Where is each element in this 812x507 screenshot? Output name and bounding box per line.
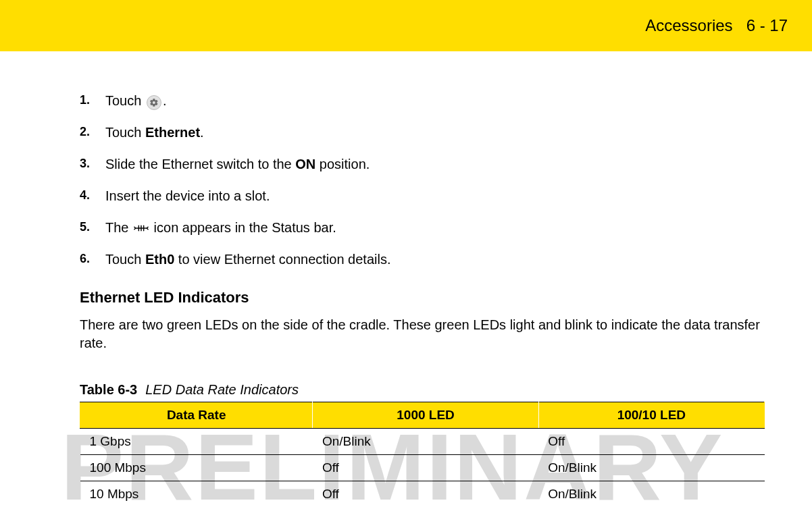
step-1-post: . xyxy=(163,93,167,108)
step-6-post: to view Ethernet connection details. xyxy=(174,252,390,267)
table-row: 1 Gbps On/Blink Off xyxy=(80,429,765,455)
step-2-post: . xyxy=(200,125,204,140)
subsection-body: There are two green LEDs on the side of … xyxy=(80,316,765,352)
table-title: LED Data Rate Indicators xyxy=(145,382,299,397)
page-header: Accessories 6 - 17 xyxy=(0,0,812,51)
led-indicators-table: Data Rate 1000 LED 100/10 LED 1 Gbps On/… xyxy=(80,402,765,507)
step-6-bold: Eth0 xyxy=(145,252,174,267)
table-caption: Table 6-3LED Data Rate Indicators xyxy=(80,382,765,398)
step-3-pre: Slide the Ethernet switch to the xyxy=(105,157,295,171)
step-3: Slide the Ethernet switch to the ON posi… xyxy=(80,155,765,174)
step-2: Touch Ethernet. xyxy=(80,124,765,142)
step-6: Touch Eth0 to view Ethernet connection d… xyxy=(80,250,765,269)
step-3-post: position. xyxy=(315,157,370,171)
page-content: Touch . Touch Ethernet. Slide the Ethern… xyxy=(0,51,812,507)
cell-100-10-led: Off xyxy=(538,429,764,455)
table-row: 10 Mbps Off On/Blink xyxy=(80,481,765,508)
step-1-pre: Touch xyxy=(105,93,145,108)
step-2-pre: Touch xyxy=(105,125,145,140)
subsection-heading: Ethernet LED Indicators xyxy=(80,289,765,306)
header-section: Accessories xyxy=(645,16,732,34)
header-page-number: 6 - 17 xyxy=(746,16,788,34)
step-5-pre: The xyxy=(105,220,132,235)
cell-data-rate: 100 Mbps xyxy=(80,455,313,481)
cell-100-10-led: On/Blink xyxy=(538,455,764,481)
ethernet-icon xyxy=(134,223,149,233)
step-5: The icon appears in the Status bar. xyxy=(80,219,765,237)
col-1000-led: 1000 LED xyxy=(313,402,538,429)
cell-1000-led: Off xyxy=(313,455,538,481)
step-4-pre: Insert the device into a slot. xyxy=(105,188,270,203)
step-5-post: icon appears in the Status bar. xyxy=(150,220,336,235)
step-3-bold: ON xyxy=(295,157,315,171)
header-text: Accessories 6 - 17 xyxy=(645,16,788,35)
step-4: Insert the device into a slot. xyxy=(80,187,765,205)
table-row: 100 Mbps Off On/Blink xyxy=(80,455,765,481)
col-data-rate: Data Rate xyxy=(80,402,313,429)
col-100-10-led: 100/10 LED xyxy=(538,402,764,429)
cell-data-rate: 10 Mbps xyxy=(80,481,313,508)
table-header-row: Data Rate 1000 LED 100/10 LED xyxy=(80,402,765,429)
steps-list: Touch . Touch Ethernet. Slide the Ethern… xyxy=(80,92,765,269)
cell-1000-led: On/Blink xyxy=(313,429,538,455)
table-number: Table 6-3 xyxy=(80,382,137,397)
cell-1000-led: Off xyxy=(313,481,538,508)
gear-icon xyxy=(147,95,161,110)
cell-100-10-led: On/Blink xyxy=(538,481,764,508)
cell-data-rate: 1 Gbps xyxy=(80,429,313,455)
step-1: Touch . xyxy=(80,92,765,110)
step-2-bold: Ethernet xyxy=(145,125,200,140)
step-6-pre: Touch xyxy=(105,252,145,267)
